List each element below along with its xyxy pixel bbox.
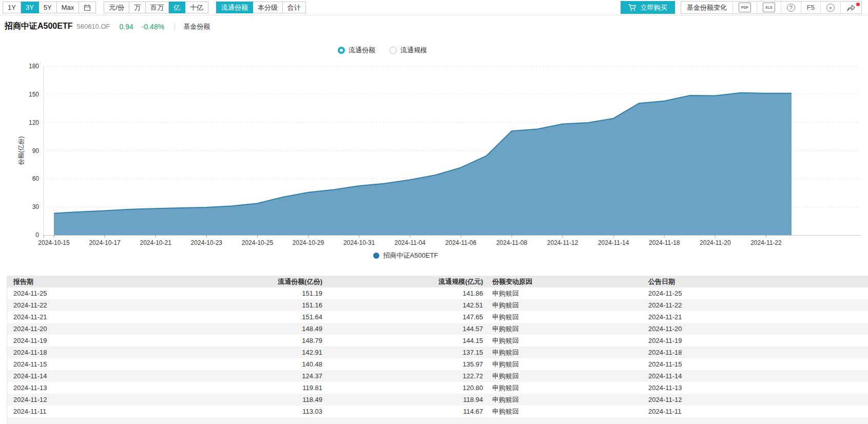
x-axis-tick-label: 2024-10-23: [191, 239, 223, 246]
calendar-icon: [84, 4, 91, 11]
fund-name: 招商中证A500ETF: [5, 21, 72, 32]
table-cell: 114.67: [322, 406, 483, 417]
xls-icon: XLS: [763, 3, 775, 12]
table-cell: 142.51: [322, 299, 483, 311]
help-icon: ?: [787, 4, 795, 12]
y-axis-tick-label: 150: [29, 91, 39, 98]
table-cell: 申购赎回: [483, 406, 648, 417]
chart-legend[interactable]: 招商中证A500ETF: [0, 251, 811, 260]
table-cell: 2024-11-12: [648, 394, 868, 406]
radio-label: 流通份额: [349, 46, 375, 55]
table-cell: 122.72: [322, 370, 483, 382]
table-row[interactable]: 2024-11-19148.79144.15申购赎回2024-11-19: [7, 335, 868, 346]
table-row[interactable]: 2024-11-18142.91137.15申购赎回2024-11-18: [7, 346, 868, 358]
table-cell: 118.49: [110, 394, 322, 406]
fund-header: 招商中证A500ETF 560610.OF 0.94 -0.48% 基金份额: [5, 21, 210, 32]
area-series: [54, 93, 792, 235]
table-cell: 2024-11-19: [7, 335, 110, 346]
table-cell: 2024-11-20: [648, 323, 868, 335]
notification-dot: [856, 3, 860, 6]
plus-icon: +: [826, 4, 835, 12]
pdf-icon: PDF: [739, 3, 751, 12]
table-cell: 2024-11-11: [648, 406, 868, 417]
y-axis-tick-label: 120: [29, 119, 39, 126]
table-row[interactable]: 2024-11-12118.49118.94申购赎回2024-11-12: [7, 394, 868, 406]
buy-now-button[interactable]: 立即购买: [621, 1, 675, 14]
x-axis-tick-label: 2024-11-12: [547, 239, 578, 246]
table-row[interactable]: 2024-11-21151.64147.65申购赎回2024-11-21: [7, 311, 868, 323]
range-button[interactable]: Max: [57, 2, 80, 13]
column-header: 流通份额(亿份): [110, 276, 322, 287]
table-cell: 151.16: [110, 299, 322, 311]
unit-button[interactable]: 百万: [146, 2, 169, 13]
pdf-export-button[interactable]: PDF: [733, 2, 757, 13]
share-type-button[interactable]: 本分级: [253, 2, 283, 13]
x-axis-tick-label: 2024-10-29: [293, 239, 324, 246]
table-cell: 2024-11-14: [7, 370, 110, 382]
top-toolbar: 1Y3Y5YMax 元/份万百万亿十亿 流通份额本分级合计 立即购买 基金份额变…: [0, 0, 868, 15]
toolbar-tools: 基金份额变化 PDF XLS ? F5 +: [681, 1, 862, 14]
share-type-button[interactable]: 流通份额: [216, 2, 253, 13]
table-cell: 2024-11-18: [7, 346, 110, 358]
radio-option[interactable]: 流通规模: [390, 46, 427, 55]
table-cell: 2024-11-13: [648, 382, 868, 394]
unit-button[interactable]: 万: [129, 2, 146, 13]
x-axis-tick-label: 2024-10-15: [38, 239, 70, 246]
share-button[interactable]: [841, 2, 861, 13]
help-button[interactable]: ?: [781, 2, 801, 13]
share-area-chart[interactable]: 03060901201501802024-10-152024-10-172024…: [0, 37, 868, 267]
section-label: 基金份额: [183, 22, 210, 31]
range-button-group: 1Y3Y5YMax: [3, 2, 96, 13]
x-axis-tick-label: 2024-10-21: [140, 239, 172, 246]
table-row[interactable]: 2024-11-15140.48135.97申购赎回2024-11-15: [7, 358, 868, 370]
table-cell: 137.15: [322, 346, 483, 358]
x-axis-tick-label: 2024-11-14: [598, 239, 629, 246]
table-cell: 申购赎回: [483, 382, 648, 394]
column-header: 流通规模(亿元): [322, 276, 483, 287]
range-button[interactable]: 5Y: [39, 2, 57, 13]
share-type-button[interactable]: 合计: [283, 2, 306, 13]
table-cell: 2024-11-11: [7, 406, 110, 417]
unit-button-group: 元/份万百万亿十亿: [104, 2, 208, 13]
clipped-next-row: [7, 417, 868, 424]
table-cell: 2024-11-15: [648, 358, 868, 370]
table-cell: 140.48: [110, 358, 322, 370]
radio-selected[interactable]: 流通份额: [338, 46, 375, 55]
table-cell: 142.91: [110, 346, 322, 358]
refresh-button[interactable]: F5: [801, 2, 821, 13]
range-calendar-button[interactable]: [79, 2, 96, 13]
table-row[interactable]: 2024-11-11113.03114.67申购赎回2024-11-11: [7, 406, 868, 417]
table-cell: 2024-11-21: [7, 311, 110, 323]
table-cell: 2024-11-12: [7, 394, 110, 406]
table-cell: 2024-11-14: [648, 370, 868, 382]
x-axis-tick-label: 2024-10-25: [242, 239, 274, 246]
range-button[interactable]: 1Y: [3, 2, 21, 13]
table-cell: 申购赎回: [483, 335, 648, 346]
x-axis-tick-label: 2024-11-08: [496, 239, 528, 246]
share-arrow-icon: [846, 4, 856, 12]
unit-button[interactable]: 十亿: [185, 2, 208, 13]
fund-change: -0.48%: [142, 23, 164, 31]
fund-share-change-button[interactable]: 基金份额变化: [681, 2, 733, 13]
xls-export-button[interactable]: XLS: [757, 2, 781, 13]
legend-dot-icon: [373, 253, 379, 259]
table-cell: 151.19: [110, 287, 322, 299]
y-axis-tick-label: 180: [29, 63, 39, 70]
table-cell: 141.86: [322, 287, 483, 299]
table-row[interactable]: 2024-11-13119.81120.80申购赎回2024-11-13: [7, 382, 868, 394]
table-cell: 2024-11-25: [648, 287, 868, 299]
range-button[interactable]: 3Y: [21, 2, 39, 13]
table-row[interactable]: 2024-11-22151.16142.51申购赎回2024-11-22: [7, 299, 868, 311]
table-cell: 申购赎回: [483, 358, 648, 370]
fund-code: 560610.OF: [76, 23, 110, 30]
table-row[interactable]: 2024-11-14124.37122.72申购赎回2024-11-14: [7, 370, 868, 382]
table-cell: 148.49: [110, 323, 322, 335]
table-row[interactable]: 2024-11-25151.19141.86申购赎回2024-11-25: [7, 287, 868, 299]
table-cell: 120.80: [322, 382, 483, 394]
unit-button[interactable]: 亿: [169, 2, 185, 13]
table-row[interactable]: 2024-11-20148.49144.57申购赎回2024-11-20: [7, 323, 868, 335]
table-cell: 2024-11-15: [7, 358, 110, 370]
unit-button[interactable]: 元/份: [104, 2, 129, 13]
radio-label: 流通规模: [400, 46, 427, 55]
add-button[interactable]: +: [821, 2, 841, 13]
